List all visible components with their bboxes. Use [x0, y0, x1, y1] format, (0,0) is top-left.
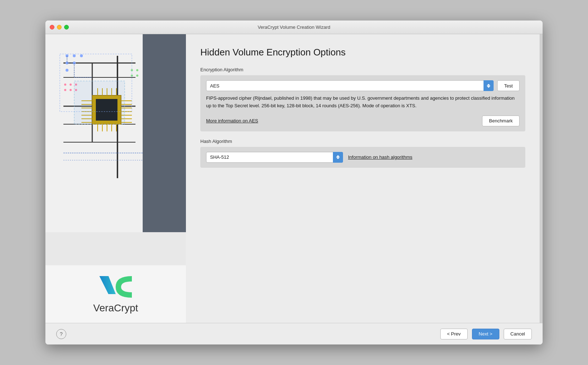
svg-point-42: [64, 84, 66, 86]
encryption-select-wrapper: AES Serpent Twofish Camellia Kuznyechik: [206, 80, 494, 91]
encryption-algorithm-select[interactable]: AES Serpent Twofish Camellia Kuznyechik: [206, 80, 494, 91]
svg-marker-57: [99, 276, 116, 294]
main-window: VeraCrypt Volume Creation Wizard: [45, 21, 543, 344]
hash-row: SHA-512 SHA-256 BLAKE2s-256 Whirlpool In…: [206, 152, 520, 163]
window-title: VeraCrypt Volume Creation Wizard: [258, 24, 330, 30]
encryption-box: AES Serpent Twofish Camellia Kuznyechik: [200, 75, 525, 131]
encryption-section: Encryption Algorithm AES Serpent Twofish…: [200, 67, 525, 131]
hash-section: Hash Algorithm SHA-512 SHA-256 BLAKE2s-2…: [200, 139, 525, 168]
page-title: Hidden Volume Encryption Options: [200, 47, 525, 58]
more-info-link[interactable]: More information on AES: [206, 118, 258, 123]
minimize-button[interactable]: [57, 25, 62, 30]
maximize-button[interactable]: [64, 25, 69, 30]
svg-point-41: [66, 69, 68, 72]
svg-point-45: [64, 89, 66, 91]
logo-area: VeraCrypt: [45, 265, 186, 323]
logo-text: VeraCrypt: [93, 302, 138, 314]
vc-logo-icon: [98, 274, 134, 299]
hash-info-link[interactable]: Information on hash algorithms: [348, 154, 412, 160]
svg-rect-1: [143, 34, 186, 232]
right-panel: Hidden Volume Encryption Options Encrypt…: [186, 34, 540, 323]
hash-select-wrapper: SHA-512 SHA-256 BLAKE2s-256 Whirlpool: [206, 152, 343, 163]
left-panel: VeraCrypt: [45, 34, 186, 323]
svg-point-43: [70, 84, 72, 86]
hash-algorithm-select[interactable]: SHA-512 SHA-256 BLAKE2s-256 Whirlpool: [206, 152, 343, 163]
help-button[interactable]: ?: [56, 329, 66, 339]
scrollbar[interactable]: [540, 34, 543, 323]
bottom-bar: ? < Prev Next > Cancel: [45, 323, 543, 344]
close-button[interactable]: [50, 25, 54, 30]
svg-point-51: [136, 75, 138, 77]
main-content: VeraCrypt Hidden Volume Encryption Optio…: [45, 34, 543, 323]
svg-rect-55: [74, 81, 125, 124]
traffic-lights: [50, 25, 69, 30]
prev-button[interactable]: < Prev: [440, 329, 468, 339]
title-bar: VeraCrypt Volume Creation Wizard: [45, 21, 543, 34]
svg-point-37: [73, 54, 76, 57]
cancel-button[interactable]: Cancel: [504, 329, 532, 339]
benchmark-button[interactable]: Benchmark: [482, 116, 520, 126]
next-button[interactable]: Next >: [472, 329, 499, 339]
encryption-info-footer: More information on AES Benchmark: [206, 116, 520, 126]
svg-point-46: [70, 89, 72, 91]
encryption-description: FIPS-approved cipher (Rijndael, publishe…: [206, 95, 520, 110]
circuit-image: [45, 34, 186, 232]
circuit-svg: [45, 34, 186, 232]
encryption-dropdown-row: AES Serpent Twofish Camellia Kuznyechik: [206, 80, 520, 91]
hash-box: SHA-512 SHA-256 BLAKE2s-256 Whirlpool In…: [200, 147, 525, 168]
encryption-label: Encryption Algorithm: [200, 67, 525, 72]
svg-point-38: [80, 54, 83, 57]
svg-point-49: [136, 69, 138, 71]
test-button[interactable]: Test: [497, 80, 520, 91]
hash-label: Hash Algorithm: [200, 139, 525, 144]
svg-rect-2: [45, 34, 143, 232]
